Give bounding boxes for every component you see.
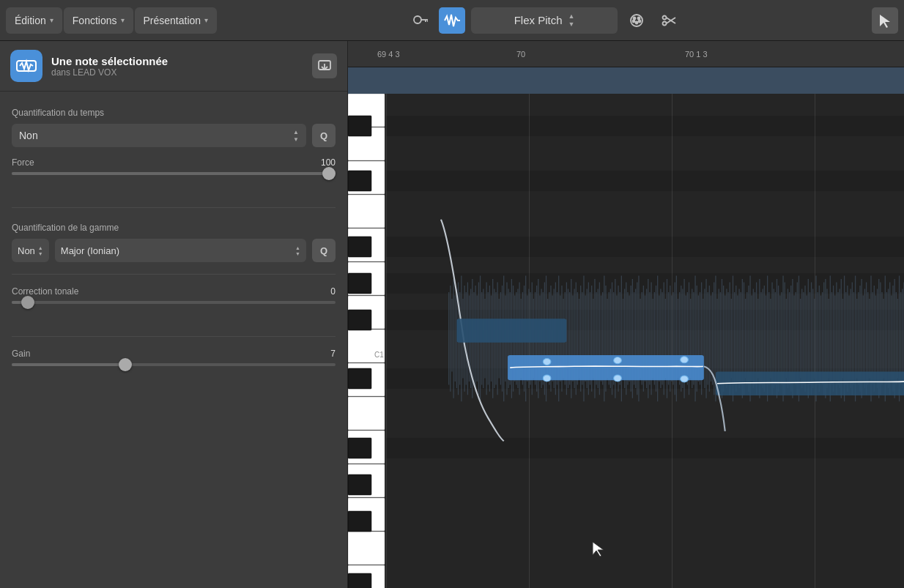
correction-slider-container[interactable] <box>12 301 336 316</box>
quantification-temps-q-btn[interactable]: Q <box>312 124 336 147</box>
force-slider-container[interactable] <box>12 172 336 187</box>
force-value: 100 <box>321 157 336 168</box>
gain-slider-track <box>12 363 336 366</box>
quantification-gamme-non-dropdown[interactable]: Non ▲ ▼ <box>12 239 49 262</box>
svg-point-50 <box>614 357 622 364</box>
svg-text:C1: C1 <box>374 351 384 359</box>
quantification-gamme-non-value: Non <box>18 245 35 256</box>
force-slider-track <box>12 172 336 175</box>
svg-rect-38 <box>348 310 371 330</box>
quantification-gamme-q-btn[interactable]: Q <box>312 239 336 262</box>
waveform-icon-btn[interactable] <box>439 7 465 34</box>
quantification-gamme-scale-value: Major (Ionian) <box>61 245 119 256</box>
divider-2 <box>12 274 336 275</box>
force-slider-thumb[interactable] <box>322 167 336 180</box>
track-subtitle: dans LEAD VOX <box>51 67 168 78</box>
ruler-mark-3: 70 1 3 <box>685 50 708 59</box>
svg-rect-21 <box>348 195 385 228</box>
fonctions-menu[interactable]: Fonctions ▾ <box>64 7 133 34</box>
piano-grid-area: C1 C0 <box>348 94 904 588</box>
gamme-non-chevrons: ▲ ▼ <box>38 245 43 256</box>
quantification-gamme-scale-dropdown[interactable]: Major (Ionian) ▲ ▼ <box>55 239 306 262</box>
fonctions-label: Fonctions <box>73 15 117 26</box>
quantification-temps-row: Non ▲ ▼ Q <box>12 124 336 147</box>
svg-point-10 <box>663 15 667 19</box>
edition-menu[interactable]: Édition ▾ <box>6 7 62 34</box>
gain-slider-fill <box>12 363 125 366</box>
ruler-mark-1: 69 4 3 <box>377 50 400 59</box>
gain-slider-thumb[interactable] <box>119 358 132 371</box>
edition-label: Édition <box>15 15 46 26</box>
svg-rect-46 <box>508 355 704 380</box>
piano-keys: C1 C0 <box>348 94 386 588</box>
svg-point-51 <box>681 357 689 363</box>
quantification-gamme-row: Non ▲ ▼ Major (Ionian) ▲ ▼ Q <box>12 239 336 262</box>
key-icon-btn[interactable] <box>407 7 433 34</box>
ruler-mark-2: 70 <box>516 50 525 59</box>
flex-pitch-container: Flex Pitch ▲ ▼ <box>471 7 618 34</box>
svg-point-54 <box>681 376 689 382</box>
correction-slider-track <box>12 301 336 304</box>
quantification-temps-dropdown[interactable]: Non ▲ ▼ <box>12 124 306 147</box>
edition-chevron: ▾ <box>50 16 53 24</box>
left-panel: Une note sélectionnée dans LEAD VOX Quan… <box>0 41 348 588</box>
svg-rect-43 <box>348 573 371 588</box>
svg-point-53 <box>614 375 622 382</box>
divider-1 <box>12 207 336 208</box>
svg-rect-47 <box>456 319 566 343</box>
svg-rect-34 <box>348 116 371 136</box>
gain-value: 7 <box>330 349 336 359</box>
svg-rect-41 <box>348 475 371 495</box>
svg-point-5 <box>634 17 636 19</box>
svg-rect-36 <box>348 237 371 257</box>
presentation-menu[interactable]: Présentation ▾ <box>135 7 218 34</box>
force-slider-fill <box>12 172 329 175</box>
svg-point-9 <box>639 20 641 22</box>
selection-bar <box>348 67 904 94</box>
toolbar-right <box>866 7 904 34</box>
track-header: Une note sélectionnée dans LEAD VOX <box>0 41 347 92</box>
main-toolbar: Édition ▾ Fonctions ▾ Présentation ▾ <box>0 0 904 41</box>
ruler: 69 4 3 70 70 1 3 <box>348 41 904 67</box>
track-icon <box>10 50 42 82</box>
correction-tonale-value: 0 <box>330 286 336 297</box>
scissors-icon-btn[interactable] <box>656 7 682 34</box>
gain-label: Gain <box>12 349 30 359</box>
correction-tonale-label: Correction tonale <box>12 286 78 297</box>
quantification-temps-value: Non <box>19 130 38 141</box>
gain-header: Gain 7 <box>12 349 336 359</box>
waveform-svg <box>386 94 904 588</box>
flex-pitch-chevrons: ▲ ▼ <box>568 12 575 28</box>
palette-icon-btn[interactable] <box>623 7 650 34</box>
track-info: Une note sélectionnée dans LEAD VOX <box>51 55 168 78</box>
svg-rect-27 <box>348 397 385 430</box>
presentation-label: Présentation <box>144 15 201 26</box>
svg-point-6 <box>638 17 640 19</box>
svg-rect-35 <box>348 171 371 191</box>
correction-slider-thumb[interactable] <box>21 296 34 309</box>
svg-point-11 <box>663 21 667 25</box>
gain-slider-container[interactable] <box>12 363 336 378</box>
arrow-tool-btn[interactable] <box>872 7 898 34</box>
svg-rect-31 <box>348 532 385 565</box>
force-section: Force 100 <box>12 157 336 187</box>
divider-3 <box>12 336 336 337</box>
svg-rect-48 <box>716 372 904 396</box>
svg-point-8 <box>633 20 635 22</box>
flex-pitch-label: Flex Pitch <box>514 14 563 26</box>
quantification-temps-label: Quantification du temps <box>12 108 336 118</box>
gamme-scale-chevrons: ▲ ▼ <box>295 245 300 256</box>
quantification-gamme-label: Quantification de la gamme <box>12 223 336 233</box>
svg-point-49 <box>543 358 551 365</box>
gain-section: Gain 7 <box>12 349 336 378</box>
import-btn[interactable] <box>312 53 337 78</box>
svg-rect-42 <box>348 511 371 532</box>
svg-rect-40 <box>348 438 371 458</box>
flex-pitch-select[interactable]: Flex Pitch ▲ ▼ <box>471 7 618 34</box>
svg-marker-14 <box>880 15 890 28</box>
svg-point-52 <box>543 375 551 382</box>
force-label: Force <box>12 157 34 168</box>
track-title: Une note sélectionnée <box>51 55 168 67</box>
toolbar-left: Édition ▾ Fonctions ▾ Présentation ▾ <box>0 7 223 34</box>
grid-area <box>386 94 904 588</box>
